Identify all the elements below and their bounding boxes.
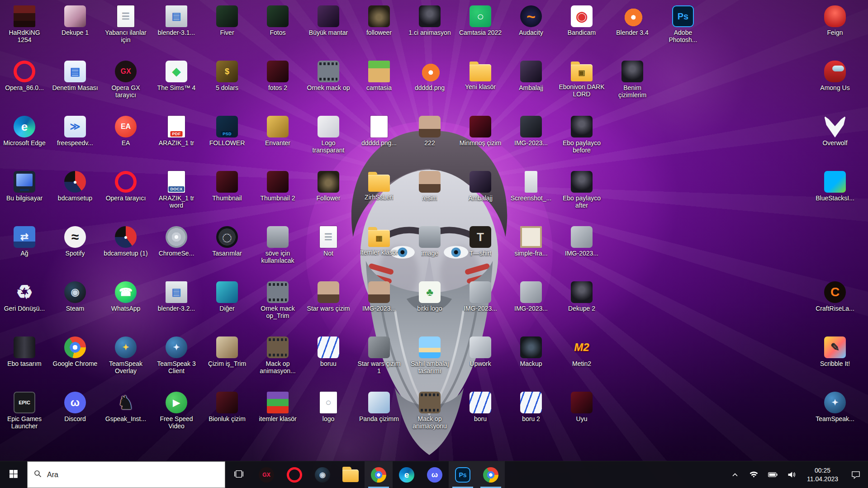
- desktop-icon-b-y-k-mantar[interactable]: Büyük mantar: [305, 3, 352, 57]
- taskbar-app-opera-gx[interactable]: GX: [252, 461, 280, 488]
- desktop-icon-chromese[interactable]: ChromeSe...: [153, 223, 200, 278]
- desktop-icon-ebo-tasar-m[interactable]: Ebo tasarım: [1, 334, 48, 388]
- desktop-icon-1-ci-animasyon[interactable]: 1.ci animasyon: [406, 3, 453, 57]
- desktop-icon-mack-op-animasyon[interactable]: Mack op animasyon...: [254, 334, 301, 388]
- desktop-icon-minmno-izim[interactable]: Minmnoş çizim: [457, 113, 504, 167]
- desktop-icon-ddddd-png[interactable]: ddddd.png...: [356, 113, 403, 167]
- desktop-icon-izim-i-trim[interactable]: Çizim iş_Trim: [204, 334, 251, 388]
- desktop-icon-adobe-photosh[interactable]: PsAdobe Photosh...: [659, 3, 707, 57]
- desktop-icon-ebo-paylayco-after[interactable]: Ebo paylayco after: [558, 168, 605, 223]
- desktop-icon-ddddd-png[interactable]: ddddd.png: [406, 58, 453, 112]
- desktop-icon-google-chrome[interactable]: Google Chrome: [52, 334, 99, 388]
- desktop-icon-tasar-mlar[interactable]: ◌Tasarımlar: [204, 223, 251, 278]
- desktop-icon-fiver[interactable]: Fiver: [204, 3, 251, 57]
- desktop-icon-uyu[interactable]: Uyu: [558, 389, 605, 443]
- taskbar-app-photoshop[interactable]: Ps: [449, 461, 477, 488]
- desktop-icon-img-2023[interactable]: IMG-2023...: [457, 279, 504, 333]
- desktop-icon-scribble-it[interactable]: ✎Scribble It!: [811, 334, 859, 388]
- desktop-icon-simple-fra[interactable]: simple-fra...: [508, 223, 555, 278]
- desktop-icon-img-2023[interactable]: IMG-2023...: [558, 223, 605, 278]
- desktop-icon-sahil-ambalaj-tasar-m[interactable]: Sahil ambalaj tasarımı: [406, 334, 453, 388]
- desktop-icon-rnek-mack-op-trim[interactable]: Örnek mack op_Trim: [254, 279, 301, 333]
- desktop-icon-mackup[interactable]: Mackup: [508, 334, 555, 388]
- desktop-icon-blender-3-2[interactable]: ▤blender-3.2...: [153, 279, 200, 333]
- desktop-icon-boru[interactable]: boru: [457, 389, 504, 443]
- desktop-icon-free-speed-video[interactable]: ▶Free Speed Video: [153, 389, 200, 443]
- desktop-icon-itemler-klas-r[interactable]: itemler klasör: [254, 389, 301, 443]
- desktop-icon-yeni-klas-r[interactable]: Yeni klasör: [457, 58, 504, 112]
- taskbar-app-edge[interactable]: e: [393, 461, 421, 488]
- desktop-icon-zirhssleri[interactable]: ZirhSsLeri: [356, 168, 403, 223]
- taskbar-app-discord[interactable]: ω: [421, 461, 449, 488]
- desktop-icon-among-us[interactable]: Among Us: [811, 58, 859, 112]
- taskbar-app-chrome-2[interactable]: [477, 461, 505, 488]
- taskbar-search-box[interactable]: Ara: [27, 461, 225, 488]
- desktop-icon-img-2023[interactable]: IMG-2023...: [508, 113, 555, 167]
- desktop-icon-a[interactable]: ⇄Ağ: [1, 223, 48, 278]
- desktop-icon-resim[interactable]: resim: [406, 168, 453, 223]
- desktop-icon-opera-86-0[interactable]: Opera_86.0...: [1, 58, 48, 112]
- desktop-icon-bandicam[interactable]: ◉Bandicam: [558, 3, 605, 57]
- desktop-icon-logo[interactable]: ○logo: [305, 389, 352, 443]
- desktop-icon-gspeak-inst[interactable]: ♞Gspeak_Inst...: [102, 389, 149, 443]
- desktop-icon-follower[interactable]: Follower: [305, 168, 352, 223]
- desktop-icon-ambalajj[interactable]: Ambalajj: [457, 168, 504, 223]
- desktop-icon-rnek-mack-op[interactable]: Örnek mack op: [305, 58, 352, 112]
- taskbar-app-file-explorer[interactable]: [337, 461, 365, 488]
- desktop-icon-star-wars-izim[interactable]: Star wars çizim: [305, 279, 352, 333]
- desktop-icon-bionluk-izim[interactable]: Bionluk çizim: [204, 389, 251, 443]
- desktop-icon-whatsapp[interactable]: ☎WhatsApp: [102, 279, 149, 333]
- desktop-icon-epic-games-launcher[interactable]: EPICEpic Games Launcher: [1, 389, 48, 443]
- desktop-icon-thumbnail-2[interactable]: Thumbnail 2: [254, 168, 301, 223]
- desktop-icon-geri-d-n[interactable]: ♻Geri Dönüşü...: [1, 279, 48, 333]
- desktop-icon-camtasia[interactable]: camtasia: [356, 58, 403, 112]
- desktop-icon-dekupe-2[interactable]: Dekupe 2: [558, 279, 605, 333]
- desktop-icon-overwolf[interactable]: Overwolf: [811, 113, 859, 167]
- desktop-icon-follower[interactable]: PSDFOLLOWER: [204, 113, 251, 167]
- action-center-button[interactable]: [845, 461, 866, 488]
- taskbar-app-chrome[interactable]: [365, 461, 393, 488]
- desktop-icon-opera-taray-c[interactable]: Opera tarayıcı: [102, 168, 149, 223]
- task-view-button[interactable]: [225, 461, 252, 488]
- desktop-icon-thumbnail[interactable]: Thumbnail: [204, 168, 251, 223]
- desktop-icon-s-ve-i-in-kullan-lacak[interactable]: söve için kullanılacak: [254, 223, 301, 278]
- desktop-icon-ea[interactable]: EAEA: [102, 113, 149, 167]
- desktop-icon-bdcamsetup-1[interactable]: ●bdcamsetup (1): [102, 223, 149, 278]
- desktop-icon-teamspeak-3-client[interactable]: ✦TeamSpeak 3 Client: [153, 334, 200, 388]
- desktop-icon-bitki-logo[interactable]: ♣bitki logo: [406, 279, 453, 333]
- desktop-icon-blender-3-4[interactable]: Blender 3.4: [609, 3, 656, 57]
- desktop-icon-yabanc-ilanlar-i-in[interactable]: ☰Yabancı ilanlar için: [102, 3, 149, 57]
- battery-icon[interactable]: [765, 461, 781, 488]
- desktop-icon-bdcamsetup[interactable]: ●bdcamsetup: [52, 168, 99, 223]
- desktop-icon-audacity[interactable]: ~Audacity: [508, 3, 555, 57]
- desktop-icon-logo-transparant[interactable]: Logo transparant: [305, 113, 352, 167]
- wifi-icon[interactable]: [746, 461, 762, 488]
- desktop-icon-mack-op-animasyonu[interactable]: Mack op animasyonu: [406, 389, 453, 443]
- desktop-icon-5-dolars[interactable]: $5 dolars: [204, 58, 251, 112]
- desktop-icon-spotify[interactable]: ≈Spotify: [52, 223, 99, 278]
- desktop-icon-i-temler-klas-r[interactable]: ▦İtemler klasör: [356, 223, 403, 278]
- taskbar-clock[interactable]: 00:25 11.04.2023: [803, 461, 842, 488]
- desktop-icon-upwork[interactable]: Upwork: [457, 334, 504, 388]
- desktop-icon-feign[interactable]: Feign: [811, 3, 859, 57]
- desktop-icon-boruu[interactable]: boruu: [305, 334, 352, 388]
- desktop-icon-arazik-1-tr[interactable]: PDFARAZIK_1 tr: [153, 113, 200, 167]
- desktop-icon-fotos[interactable]: Fotos: [254, 3, 301, 57]
- desktop-icon-teamspeak-overlay[interactable]: ✦TeamSpeak Overlay: [102, 334, 149, 388]
- desktop-icon-teamspeak[interactable]: ✦TeamSpeak...: [811, 389, 859, 443]
- desktop-icon-freespeedv[interactable]: ≫freespeedv...: [52, 113, 99, 167]
- desktop-icon-screenshot[interactable]: Screenshot_...: [508, 168, 555, 223]
- desktop-icon-image[interactable]: image: [406, 223, 453, 278]
- tray-chevron-up-icon[interactable]: [727, 461, 743, 488]
- start-button[interactable]: [0, 461, 27, 488]
- desktop-icon-dekupe-1[interactable]: Dekupe 1: [52, 3, 99, 57]
- desktop-icon-di-er[interactable]: Diğer: [204, 279, 251, 333]
- desktop-icon-hardking-1254[interactable]: HaRdKiNG 1254: [1, 3, 48, 57]
- desktop-icon-microsoft-edge[interactable]: eMicrosoft Edge: [1, 113, 48, 167]
- taskbar-app-opera[interactable]: [280, 461, 308, 488]
- desktop-icon-discord[interactable]: ωDiscord: [52, 389, 99, 443]
- desktop-icon-steam[interactable]: ◉Steam: [52, 279, 99, 333]
- desktop-icon-bluestacksi[interactable]: BlueStacksI...: [811, 168, 859, 223]
- desktop-icon-star-wars-izim-1[interactable]: Star wars çizim 1: [356, 334, 403, 388]
- desktop-icon-denetim-masas[interactable]: ▤Denetim Masası: [52, 58, 99, 112]
